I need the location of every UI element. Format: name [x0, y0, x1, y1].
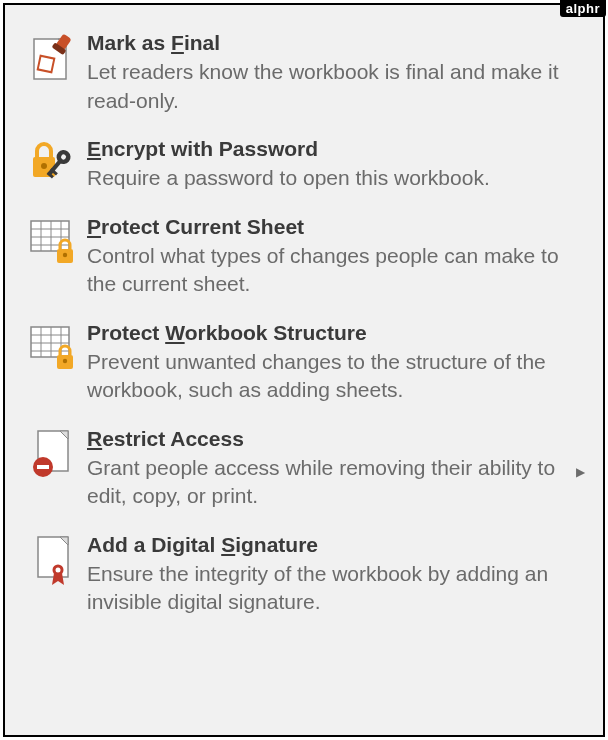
- menu-item-add-digital-signature[interactable]: Add a Digital Signature Ensure the integ…: [19, 525, 589, 631]
- svg-point-6: [41, 163, 47, 169]
- svg-point-37: [56, 567, 61, 572]
- menu-item-title: Add a Digital Signature: [87, 531, 569, 558]
- svg-point-29: [63, 358, 67, 362]
- menu-item-title: Protect Current Sheet: [87, 213, 569, 240]
- watermark-badge: alphr: [560, 0, 606, 17]
- menu-item-title: Restrict Access: [87, 425, 569, 452]
- submenu-arrow-icon: ▶: [576, 465, 585, 479]
- protect-workbook-menu: Mark as Final Let readers know the workb…: [3, 3, 605, 737]
- menu-item-desc: Grant people access while removing their…: [87, 454, 569, 511]
- svg-rect-12: [31, 221, 69, 251]
- svg-point-20: [63, 252, 67, 256]
- menu-item-restrict-access[interactable]: Restrict Access Grant people access whil…: [19, 419, 589, 525]
- menu-item-desc: Let readers know the workbook is final a…: [87, 58, 569, 115]
- menu-item-desc: Ensure the integrity of the workbook by …: [87, 560, 569, 617]
- menu-item-protect-current-sheet[interactable]: Protect Current Sheet Control what types…: [19, 207, 589, 313]
- svg-rect-21: [31, 327, 69, 357]
- menu-item-protect-workbook-structure[interactable]: Protect Workbook Structure Prevent unwan…: [19, 313, 589, 419]
- svg-rect-33: [37, 465, 49, 469]
- menu-item-desc: Prevent unwanted changes to the structur…: [87, 348, 569, 405]
- menu-item-title: Encrypt with Password: [87, 135, 569, 162]
- menu-item-desc: Require a password to open this workbook…: [87, 164, 569, 192]
- menu-item-title: Protect Workbook Structure: [87, 319, 569, 346]
- protect-sheet-icon: [19, 213, 87, 267]
- menu-item-mark-as-final[interactable]: Mark as Final Let readers know the workb…: [19, 23, 589, 129]
- menu-item-encrypt-with-password[interactable]: Encrypt with Password Require a password…: [19, 129, 589, 207]
- encrypt-password-icon: [19, 135, 87, 187]
- menu-item-desc: Control what types of changes people can…: [87, 242, 569, 299]
- protect-workbook-icon: [19, 319, 87, 373]
- digital-signature-icon: [19, 531, 87, 587]
- menu-item-title: Mark as Final: [87, 29, 569, 56]
- restrict-access-icon: [19, 425, 87, 479]
- mark-as-final-icon: [19, 29, 87, 81]
